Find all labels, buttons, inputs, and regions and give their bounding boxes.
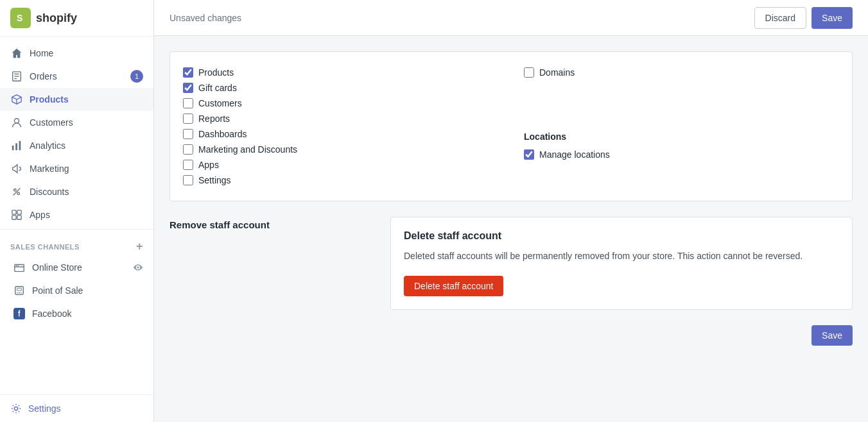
sidebar-item-settings[interactable]: Settings bbox=[10, 403, 143, 414]
online-store-visibility-icon[interactable] bbox=[133, 262, 143, 273]
checkbox-manage-locations: Manage locations bbox=[524, 147, 839, 162]
settings-icon bbox=[10, 403, 22, 414]
svg-rect-18 bbox=[17, 210, 21, 214]
checkbox-gift-cards: Gift cards bbox=[183, 80, 498, 96]
checkbox-dashboards: Dashboards bbox=[183, 126, 498, 142]
sidebar-item-products-label: Products bbox=[30, 94, 69, 105]
svg-point-23 bbox=[17, 265, 19, 266]
svg-point-27 bbox=[19, 292, 20, 294]
svg-point-15 bbox=[17, 192, 20, 195]
sidebar-item-analytics[interactable]: Analytics bbox=[0, 134, 153, 157]
checkbox-manage-locations-input[interactable] bbox=[524, 149, 534, 160]
products-icon bbox=[10, 93, 23, 106]
shopify-logo-text: shopify bbox=[36, 12, 77, 25]
svg-rect-12 bbox=[15, 143, 17, 150]
sidebar: S shopify Home Orders 1 Products bbox=[0, 0, 154, 422]
checkbox-domains-label: Domains bbox=[539, 67, 575, 78]
checkbox-dashboards-label: Dashboards bbox=[198, 129, 247, 139]
svg-rect-11 bbox=[12, 146, 14, 150]
checkbox-apps-perm: Apps bbox=[183, 157, 498, 173]
discounts-icon bbox=[10, 185, 23, 198]
unsaved-changes-text: Unsaved changes bbox=[169, 13, 241, 23]
permissions-grid: Products Gift cards Customers Reports bbox=[170, 52, 852, 201]
apps-icon bbox=[10, 208, 23, 221]
checkbox-gift-cards-input[interactable] bbox=[183, 83, 193, 93]
checkbox-products-input[interactable] bbox=[183, 67, 193, 78]
sidebar-item-customers-label: Customers bbox=[30, 117, 73, 128]
shopify-logo-icon: S bbox=[10, 8, 31, 28]
sidebar-item-orders[interactable]: Orders 1 bbox=[0, 65, 153, 88]
checkbox-manage-locations-label: Manage locations bbox=[539, 149, 610, 160]
sidebar-item-marketing[interactable]: Marketing bbox=[0, 157, 153, 180]
sidebar-item-marketing-label: Marketing bbox=[30, 164, 69, 174]
checkbox-reports-input[interactable] bbox=[183, 114, 193, 124]
sidebar-nav: Home Orders 1 Products Customers bbox=[0, 37, 153, 394]
locations-section: Locations Manage locations bbox=[524, 131, 839, 162]
orders-icon bbox=[10, 70, 23, 83]
sidebar-item-apps-label: Apps bbox=[30, 210, 50, 220]
sidebar-item-customers[interactable]: Customers bbox=[0, 111, 153, 134]
checkbox-apps-perm-label: Apps bbox=[198, 160, 219, 170]
checkbox-apps-input[interactable] bbox=[183, 160, 193, 170]
save-button-top[interactable]: Save bbox=[812, 7, 853, 29]
svg-rect-25 bbox=[17, 288, 21, 291]
locations-title: Locations bbox=[524, 131, 839, 142]
sidebar-item-online-store[interactable]: Online Store bbox=[0, 256, 153, 279]
svg-text:S: S bbox=[17, 13, 22, 23]
svg-point-10 bbox=[14, 119, 19, 123]
sidebar-item-apps[interactable]: Apps bbox=[0, 203, 153, 226]
delete-card-desc: Deleted staff accounts will be permanent… bbox=[404, 249, 839, 263]
checkbox-customers-input[interactable] bbox=[183, 98, 193, 108]
permissions-left-col: Products Gift cards Customers Reports bbox=[183, 65, 498, 188]
analytics-icon bbox=[10, 139, 23, 152]
checkbox-marketing-discounts-label: Marketing and Discounts bbox=[198, 144, 297, 155]
sidebar-item-home[interactable]: Home bbox=[0, 42, 153, 65]
remove-staff-label: Remove staff account bbox=[169, 217, 375, 310]
checkbox-settings-input[interactable] bbox=[183, 175, 193, 185]
svg-rect-13 bbox=[19, 141, 21, 150]
svg-line-8 bbox=[17, 97, 21, 99]
sidebar-item-point-of-sale[interactable]: Point of Sale bbox=[0, 279, 153, 302]
svg-point-22 bbox=[16, 265, 17, 266]
checkbox-domains-input[interactable] bbox=[524, 67, 534, 78]
svg-line-7 bbox=[12, 97, 17, 99]
point-of-sale-icon bbox=[13, 284, 26, 297]
svg-rect-17 bbox=[12, 210, 16, 214]
sidebar-footer: Settings bbox=[0, 394, 153, 422]
checkbox-customers: Customers bbox=[183, 96, 498, 111]
save-button-bottom[interactable]: Save bbox=[812, 325, 853, 346]
sidebar-item-online-store-label: Online Store bbox=[32, 262, 82, 273]
remove-staff-section: Remove staff account Delete staff accoun… bbox=[169, 217, 853, 310]
svg-rect-20 bbox=[17, 215, 21, 219]
checkbox-reports: Reports bbox=[183, 111, 498, 126]
settings-label: Settings bbox=[28, 403, 61, 414]
checkbox-settings-perm-label: Settings bbox=[198, 175, 231, 185]
svg-point-28 bbox=[21, 292, 22, 294]
delete-staff-card: Delete staff account Deleted staff accou… bbox=[390, 217, 853, 310]
svg-point-14 bbox=[14, 189, 17, 192]
checkbox-dashboards-input[interactable] bbox=[183, 129, 193, 139]
sidebar-item-analytics-label: Analytics bbox=[30, 140, 65, 151]
sidebar-item-discounts-label: Discounts bbox=[30, 187, 69, 197]
delete-card-title: Delete staff account bbox=[404, 230, 839, 242]
checkbox-gift-cards-label: Gift cards bbox=[198, 83, 237, 93]
checkbox-settings-perm: Settings bbox=[183, 173, 498, 188]
checkbox-customers-label: Customers bbox=[198, 98, 242, 108]
customers-icon bbox=[10, 116, 23, 129]
svg-point-26 bbox=[17, 292, 18, 294]
delete-staff-button[interactable]: Delete staff account bbox=[404, 276, 503, 296]
page-body: Products Gift cards Customers Reports bbox=[154, 36, 868, 422]
orders-badge: 1 bbox=[130, 70, 143, 83]
sidebar-item-orders-label: Orders bbox=[30, 71, 57, 81]
discard-button[interactable]: Discard bbox=[754, 7, 806, 29]
checkbox-marketing-discounts-input[interactable] bbox=[183, 144, 193, 155]
remove-staff-title: Remove staff account bbox=[169, 219, 375, 230]
sidebar-item-home-label: Home bbox=[30, 48, 53, 58]
permissions-card: Products Gift cards Customers Reports bbox=[169, 51, 853, 201]
sidebar-item-products[interactable]: Products bbox=[0, 88, 153, 111]
sidebar-item-facebook[interactable]: Facebook bbox=[0, 302, 153, 325]
add-sales-channel-button[interactable]: + bbox=[136, 240, 143, 253]
sales-channels-header: SALES CHANNELS + bbox=[0, 232, 153, 256]
sidebar-item-discounts[interactable]: Discounts bbox=[0, 180, 153, 203]
facebook-icon bbox=[13, 307, 26, 320]
